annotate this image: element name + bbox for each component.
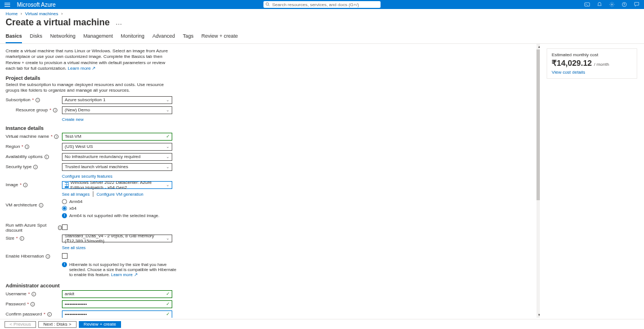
info-icon[interactable]: i <box>54 134 59 139</box>
intro-text: Create a virtual machine that runs Linux… <box>6 48 175 72</box>
page-title: Create a virtual machine <box>6 17 110 28</box>
more-actions-icon[interactable]: … <box>115 19 122 26</box>
info-icon[interactable]: i <box>44 155 49 159</box>
hib-learn-more-link[interactable]: Learn more ↗ <box>111 272 137 277</box>
configure-security-link[interactable]: Configure security features <box>62 174 113 179</box>
form-panel: Create a virtual machine that runs Linux… <box>0 44 540 318</box>
svg-rect-7 <box>67 183 69 184</box>
info-icon[interactable]: i <box>33 165 38 169</box>
tab-tags[interactable]: Tags <box>183 31 194 43</box>
hibernation-label: Enable Hibernation i <box>6 254 62 259</box>
create-new-rg-link[interactable]: Create new <box>62 117 83 122</box>
section-project-desc: Select the subscription to manage deploy… <box>6 82 175 93</box>
next-button[interactable]: Next : Disks > <box>38 321 77 328</box>
section-admin-heading: Administrator account <box>6 283 534 289</box>
password-input[interactable]: ••••••••••••••✓ <box>62 300 172 308</box>
availability-label: Availability options i <box>6 154 62 159</box>
menu-icon[interactable] <box>5 1 11 8</box>
page-header: Create a virtual machine … <box>0 16 644 31</box>
username-input[interactable]: ankit✓ <box>62 290 172 298</box>
scroll-up-icon[interactable]: ▴ <box>536 44 540 49</box>
brand-label: Microsoft Azure <box>17 2 56 8</box>
help-icon[interactable]: ? <box>621 2 627 7</box>
tab-management[interactable]: Management <box>83 31 113 43</box>
info-icon[interactable]: i <box>25 145 29 149</box>
info-icon[interactable]: i <box>53 108 57 112</box>
confirm-password-label: Confirm password * i <box>6 312 62 317</box>
hibernation-checkbox[interactable] <box>62 253 68 259</box>
arch-arm64-radio[interactable]: Arm64 <box>62 199 172 205</box>
confirm-password-input[interactable]: ••••••••••••••✓ <box>62 310 172 318</box>
arch-x64-radio[interactable]: x64 <box>62 205 172 211</box>
info-icon[interactable]: i <box>47 312 52 317</box>
see-all-sizes-link[interactable]: See all sizes <box>62 245 86 250</box>
scroll-down-icon[interactable]: ▾ <box>536 312 540 318</box>
size-select[interactable]: Standard_D2as_v4 - 2 vcpus, 8 GiB memory… <box>62 235 172 242</box>
tab-review[interactable]: Review + create <box>202 31 238 43</box>
chevron-down-icon: ⌄ <box>166 183 169 187</box>
vertical-scrollbar[interactable]: ▴ ▾ <box>536 44 540 318</box>
password-label: Password * i <box>6 301 62 307</box>
feedback-icon[interactable] <box>634 2 639 7</box>
info-icon[interactable]: i <box>30 302 35 307</box>
check-icon: ✓ <box>166 134 170 139</box>
cost-title: Estimated monthly cost <box>552 52 632 57</box>
chevron-right-icon: › <box>21 11 23 16</box>
info-icon[interactable]: i <box>32 292 36 296</box>
search-input[interactable] <box>272 2 378 7</box>
chevron-down-icon: ⌄ <box>166 155 169 159</box>
region-select[interactable]: (US) West US⌄ <box>62 143 172 151</box>
security-type-select[interactable]: Trusted launch virtual machines⌄ <box>62 163 172 171</box>
availability-select[interactable]: No infrastructure redundancy required⌄ <box>62 153 172 161</box>
windows-icon <box>65 182 69 188</box>
resource-group-select[interactable]: (New) Demo⌄ <box>62 106 172 114</box>
svg-rect-2 <box>585 3 590 6</box>
image-select[interactable]: Windows Server 2022 Datacenter: Azure Ed… <box>62 181 172 189</box>
global-search[interactable] <box>263 1 381 8</box>
breadcrumb-home[interactable]: Home <box>6 11 17 16</box>
wizard-footer: < Previous Next : Disks > Review + creat… <box>0 319 644 329</box>
tab-basics[interactable]: Basics <box>6 31 22 43</box>
vm-architecture-radiogroup: Arm64 x64 <box>62 199 172 212</box>
settings-icon[interactable] <box>609 2 615 7</box>
username-label: Username * i <box>6 291 62 296</box>
check-icon: ✓ <box>166 312 170 317</box>
chevron-down-icon: ⌄ <box>166 165 169 169</box>
top-nav: Microsoft Azure ? <box>0 0 644 9</box>
notifications-icon[interactable] <box>597 2 602 7</box>
info-icon[interactable]: i <box>58 226 62 230</box>
info-icon[interactable]: i <box>23 183 28 187</box>
chevron-right-icon: › <box>61 11 63 16</box>
svg-text:?: ? <box>624 3 625 6</box>
review-create-button[interactable]: Review + create <box>79 321 122 328</box>
svg-line-1 <box>269 5 270 6</box>
view-cost-details-link[interactable]: View cost details <box>552 70 585 75</box>
chevron-down-icon: ⌄ <box>166 108 169 112</box>
configure-vm-gen-link[interactable]: Configure VM generation <box>96 192 143 197</box>
section-project-heading: Project details <box>6 75 534 81</box>
svg-rect-8 <box>65 185 66 187</box>
security-type-label: Security type i <box>6 164 62 169</box>
vm-name-label: Virtual machine name * i <box>6 134 62 139</box>
subscription-select[interactable]: Azure subscription 1⌄ <box>62 96 172 104</box>
see-all-images-link[interactable]: See all images <box>62 192 90 197</box>
vm-name-input[interactable]: Test-VM✓ <box>62 133 172 141</box>
cloud-shell-icon[interactable] <box>584 2 590 7</box>
subscription-label: Subscription * i <box>6 97 62 102</box>
resource-group-label: Resource group * i <box>6 107 62 112</box>
vm-architecture-label: VM architecture i <box>6 202 62 208</box>
info-icon[interactable]: i <box>46 254 50 259</box>
info-icon[interactable]: i <box>35 98 40 102</box>
info-icon[interactable]: i <box>39 203 43 208</box>
previous-button[interactable]: < Previous <box>5 321 36 328</box>
info-note-icon: i <box>62 213 67 218</box>
intro-learn-more-link[interactable]: Learn more ↗ <box>68 66 96 71</box>
tab-advanced[interactable]: Advanced <box>153 31 175 43</box>
spot-checkbox[interactable] <box>62 224 68 230</box>
tab-networking[interactable]: Networking <box>50 31 75 43</box>
tab-disks[interactable]: Disks <box>30 31 42 43</box>
info-icon[interactable]: i <box>20 236 24 241</box>
scroll-thumb[interactable] <box>536 49 540 200</box>
breadcrumb-vm[interactable]: Virtual machines <box>25 11 58 16</box>
tab-monitoring[interactable]: Monitoring <box>121 31 145 43</box>
